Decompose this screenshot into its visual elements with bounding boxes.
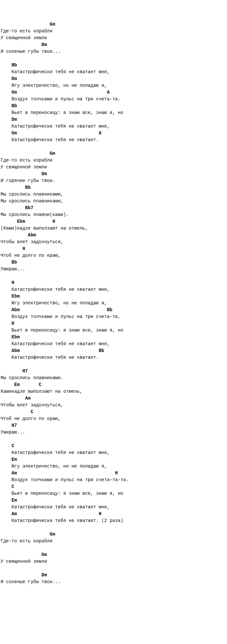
lyric-line: Мы срослись плавниками. [1, 375, 226, 381]
lyric-line: Катастрофически тебя не хватает мне, [1, 341, 226, 347]
lyric-line: Катастрофически тебя не хватает. (2 раза… [1, 517, 226, 524]
chord-line: Am H [1, 511, 226, 517]
chord-line: Dm [1, 41, 226, 48]
lyric-line: Чтобы влет задохнуться, [1, 402, 226, 409]
chord-line: Am [1, 395, 226, 402]
chord-line: Dm [1, 116, 226, 123]
chord-line: Gm [1, 21, 226, 28]
lyric-line: Мы срослись плавниками, [1, 198, 226, 205]
chord-line: Ebm H [1, 218, 226, 225]
chord-line: Em C [1, 381, 226, 388]
lyric-line: Где-то есть корабли [1, 157, 226, 164]
lyric-line: Умираю... [1, 266, 226, 273]
chord-line: Gm [1, 551, 226, 558]
lyric-line: Чтоб не долго по краю, [1, 252, 226, 259]
lyric-line: Камикадзе выползают на отмель, [1, 388, 226, 395]
lyric-line: Умираю... [1, 429, 226, 436]
lyric-line: Бьет в переносицу: я знаю все, знаю я, н… [1, 109, 226, 116]
chord-line: Dm [1, 171, 226, 177]
lyric-line: Катастрофически тебя не хватает мне, [1, 69, 226, 75]
chord-line: H [1, 245, 226, 252]
chord-line: Em [1, 456, 226, 463]
chord-line: Bb7 [1, 205, 226, 211]
chord-line: Abm Bb [1, 307, 226, 313]
chord-line: H [1, 279, 226, 286]
lyric-line: Чтобы влет задохнуться, [1, 239, 226, 245]
lyric-line: Катастрофически тебя не хватает мне, [1, 504, 226, 511]
lyric-line: (Ками)кадзе выползают на отмель, [1, 225, 226, 232]
lyric-line: Катастрофически тебя не хватает. [1, 354, 226, 361]
lyric-line: Катастрофически тебя не хватает мне, [1, 123, 226, 130]
chord-line: Bb [1, 184, 226, 191]
lyric-line: Катастрофически тебя не хватает. [1, 137, 226, 143]
chord-line: Am H [1, 470, 226, 477]
chord-line: Gm [1, 150, 226, 157]
blank-line [1, 143, 226, 150]
lyric-line: Мы срослись плавни(ками). [1, 211, 226, 218]
lyric-line: Катастрофически тебя не хватает мне, [1, 449, 226, 456]
chord-line: Ebm [1, 293, 226, 300]
chord-line: Ebm [1, 334, 226, 341]
lyric-line: Мы срослись плавниками, [1, 191, 226, 198]
blank-line [1, 545, 226, 551]
lyric-line: Жгу электричество, но не попадаю я, [1, 300, 226, 307]
chord-line: Gm [1, 531, 226, 538]
lyric-line: У священной земли [1, 35, 226, 41]
lyric-line: Бьет в переносицу: я знаю все, знаю я, н… [1, 490, 226, 497]
lyric-line: Чтоб не долго по краю, [1, 415, 226, 422]
lyric-line: Жгу электричество, но не попадаю я, [1, 82, 226, 89]
chord-line: Bb [1, 259, 226, 266]
chord-line: Gm A [1, 89, 226, 96]
lyric-line: Бьет в переносицу: я знаю все, знаю я, н… [1, 327, 226, 334]
lyric-line: Воздух толчками и пульс на три счета-та. [1, 313, 226, 320]
chord-line: H7 [1, 368, 226, 375]
lyric-line: Воздух толчками и пульс на три счета-та. [1, 96, 226, 103]
lyric-line: Воздух толчками и пульс на три счета-та-… [1, 477, 226, 483]
lyric-line: И соленые губы твои... [1, 48, 226, 55]
song-lyrics-container: GmГде-то есть кораблиУ священной земли D… [1, 21, 226, 585]
chord-line: Gm A [1, 130, 226, 137]
lyric-line: Катастрофически тебя не хватает мне, [1, 286, 226, 293]
blank-line [1, 273, 226, 279]
blank-line [1, 524, 226, 531]
chord-line: Dm [1, 572, 226, 579]
lyric-line: И горячие губы твои. [1, 177, 226, 184]
blank-line [1, 361, 226, 368]
chord-line: C [1, 409, 226, 415]
chord-line: Bb [1, 103, 226, 109]
blank-line [1, 55, 226, 62]
chord-line: Bb [1, 62, 226, 69]
chord-line: H7 [1, 422, 226, 429]
chord-line: C [1, 443, 226, 449]
chord-line: Em [1, 497, 226, 504]
lyric-line: Где-то есть корабли [1, 28, 226, 35]
lyric-line: Жгу электричество, но не попадаю я, [1, 463, 226, 470]
lyric-line: У священной земли [1, 164, 226, 171]
chord-line: Abm Bb [1, 347, 226, 354]
lyric-line: У священной земли [1, 558, 226, 565]
lyric-line: Где-то есть корабли [1, 538, 226, 545]
chord-line: H [1, 320, 226, 327]
chord-line: C [1, 483, 226, 490]
chord-line: Dm [1, 75, 226, 82]
blank-line [1, 565, 226, 572]
blank-line [1, 436, 226, 443]
chord-line: Abm [1, 232, 226, 239]
lyric-line: И соленые губы твои... [1, 579, 226, 585]
